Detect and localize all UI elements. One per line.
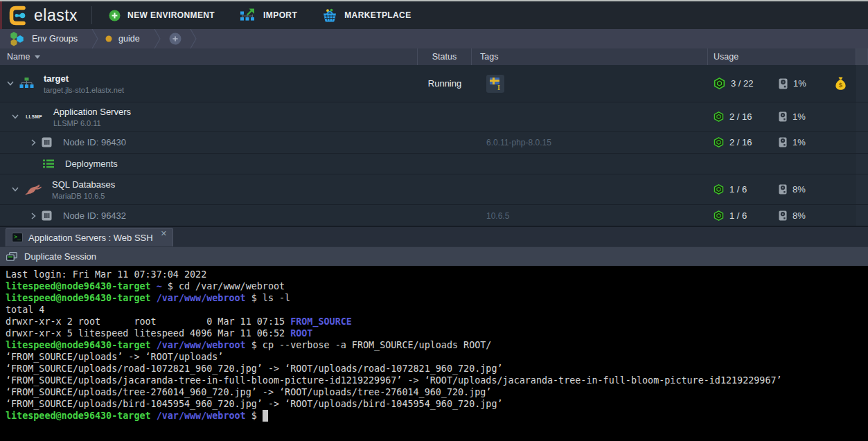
layer-stack-version: LLSMP 6.0.11 (53, 119, 131, 127)
disk-icon (779, 184, 787, 195)
terminal-icon (12, 233, 23, 242)
close-icon[interactable]: ✕ (161, 229, 167, 238)
node-tag: 6.0.11-php-8.0.15 (486, 138, 551, 147)
cloudlets-count: 1 / 6 (729, 210, 747, 221)
cloudlets-count: 2 / 16 (729, 137, 752, 147)
disk-icon (779, 210, 787, 221)
breadcrumb-env-groups[interactable]: Env Groups (6, 30, 87, 47)
new-environment-label: NEW ENVIRONMENT (127, 10, 215, 20)
money-bag-icon[interactable]: $ (835, 77, 847, 90)
status-badge: Running (418, 65, 472, 102)
node-id-label: Node ID: 96430 (63, 137, 126, 147)
cloudlets-hexagon-icon (714, 78, 725, 89)
disk-usage: 8% (792, 184, 806, 195)
terminal-line: litespeed@node96430-target /var/www/webr… (6, 292, 868, 304)
mariadb-seal-icon (24, 183, 42, 196)
terminal-line: ‘FROM_SOURCE/uploads/bird-1045954_960_72… (6, 398, 868, 410)
tab-web-ssh[interactable]: Application Servers : Web SSH ✕ (6, 228, 173, 246)
cloudlets-count: 2 / 16 (729, 111, 752, 122)
breadcrumb-env-groups-label: Env Groups (32, 34, 78, 44)
environment-list: target target.jls-sto1.elastx.net Runnin… (0, 65, 868, 226)
column-header-tags: Tags (472, 48, 708, 65)
deployments-label: Deployments (65, 159, 118, 169)
breadcrumb-guide[interactable]: guide (103, 34, 150, 44)
environment-domain: target.jls-sto1.elastx.net (44, 86, 124, 94)
node-id-label: Node ID: 96432 (63, 210, 126, 221)
breadcrumb-separator (190, 29, 197, 48)
chevron-down-icon[interactable] (12, 187, 19, 192)
llsmp-stack-icon: LLSMP (24, 114, 44, 119)
layer-name: Application Servers (53, 107, 131, 117)
import-button[interactable]: IMPORT (240, 8, 297, 22)
environment-name: target (44, 73, 124, 84)
disk-usage: 1% (793, 78, 806, 89)
terminal-line: ‘FROM_SOURCE/uploads/tree-276014_960_720… (6, 386, 868, 398)
node-tag: 10.6.5 (486, 211, 509, 221)
disk-icon (779, 137, 787, 147)
panel-tab-bar: Application Servers : Web SSH ✕ (0, 226, 868, 246)
cloudlets-hexagon-icon (714, 184, 724, 195)
new-environment-button[interactable]: NEW ENVIRONMENT (109, 10, 215, 21)
terminal-line: ‘FROM_SOURCE/uploads’ -> ‘ROOT/uploads’ (6, 351, 868, 363)
disk-icon (779, 111, 787, 122)
node-row-96432[interactable]: Node ID: 96432 10.6.5 1 / 6 8% (0, 205, 868, 226)
disk-icon (779, 78, 788, 89)
terminal-line: ‘FROM_SOURCE/uploads/road-1072821_960_72… (6, 363, 868, 375)
node-row-96430[interactable]: Node ID: 96430 6.0.11-php-8.0.15 2 / 16 (0, 132, 868, 154)
layer-name: SQL Databases (52, 179, 115, 190)
env-row-target[interactable]: target target.jls-sto1.elastx.net Runnin… (0, 65, 868, 102)
session-toolbar: Duplicate Session (0, 246, 868, 266)
marketplace-button[interactable]: MARKETPLACE (322, 8, 411, 22)
column-header-name[interactable]: Name (0, 48, 418, 65)
breadcrumb-separator (91, 29, 98, 48)
region-flag-icon: I (486, 75, 504, 93)
plus-circle-icon (109, 10, 121, 21)
marketplace-label: MARKETPLACE (344, 10, 411, 20)
chevron-down-icon[interactable] (7, 81, 14, 86)
chevron-right-icon[interactable] (31, 213, 36, 219)
topbar-divider (91, 6, 92, 24)
brand-logo[interactable]: elastx (9, 6, 78, 26)
duplicate-session-button[interactable]: Duplicate Session (24, 251, 96, 262)
elastx-logo-icon (9, 6, 28, 26)
terminal-line: drwxr-xr-x 5 litespeed litespeed 4096 Ma… (6, 327, 868, 339)
column-header-status: Status (418, 48, 472, 65)
terminal-line: ‘FROM_SOURCE/uploads/jacaranda-tree-in-f… (6, 375, 868, 386)
layer-row-sql-databases[interactable]: SQL Databases MariaDB 10.6.5 1 / 6 (0, 174, 868, 205)
plus-circle-icon (169, 33, 181, 45)
tab-label: Application Servers : Web SSH (28, 233, 153, 243)
disk-usage: 1% (792, 137, 806, 147)
cloudlets-hexagon-icon (714, 137, 724, 147)
layer-stack-version: MariaDB 10.6.5 (52, 192, 115, 200)
topbar: elastx NEW ENVIRONMENT IMPORT MARKET (0, 0, 868, 29)
deployments-row[interactable]: Deployments (0, 154, 868, 174)
disk-usage: 1% (792, 111, 806, 122)
import-icon (240, 8, 256, 22)
svg-text:$: $ (839, 81, 843, 89)
terminal[interactable]: Last login: Fri Mar 11 07:37:04 2022lite… (0, 266, 868, 441)
terminal-line: Last login: Fri Mar 11 07:37:04 2022 (6, 269, 868, 280)
import-label: IMPORT (263, 10, 297, 20)
terminal-line: litespeed@node96430-target /var/www/webr… (6, 339, 868, 351)
column-header-gutter (856, 48, 868, 65)
topology-icon (19, 78, 34, 89)
terminal-line: total 4 (6, 304, 868, 316)
cloudlets-hexagon-icon (714, 210, 724, 221)
cloudlets-count: 1 / 6 (729, 184, 747, 195)
table-header: Name Status Tags Usage (0, 48, 868, 65)
add-group-button[interactable] (165, 33, 186, 45)
node-icon (42, 210, 52, 221)
breadcrumb: Env Groups guide (0, 29, 868, 48)
terminal-line: drwxr-xr-x 2 root root 0 Mar 11 07:15 FR… (6, 316, 868, 327)
cloudlets-count: 3 / 22 (731, 78, 754, 89)
breadcrumb-separator (154, 29, 161, 48)
deployments-icon (43, 159, 54, 168)
layer-row-application-servers[interactable]: LLSMP Application Servers LLSMP 6.0.11 2… (0, 102, 868, 132)
chevron-right-icon[interactable] (31, 139, 36, 146)
disk-usage: 8% (792, 210, 806, 221)
terminal-line: litespeed@node96430-target /var/www/webr… (6, 410, 868, 422)
duplicate-session-icon (6, 252, 17, 261)
terminal-line: litespeed@node96430-target ~ $ cd /var/w… (6, 280, 868, 292)
basket-icon (322, 8, 337, 22)
chevron-down-icon[interactable] (12, 114, 19, 119)
